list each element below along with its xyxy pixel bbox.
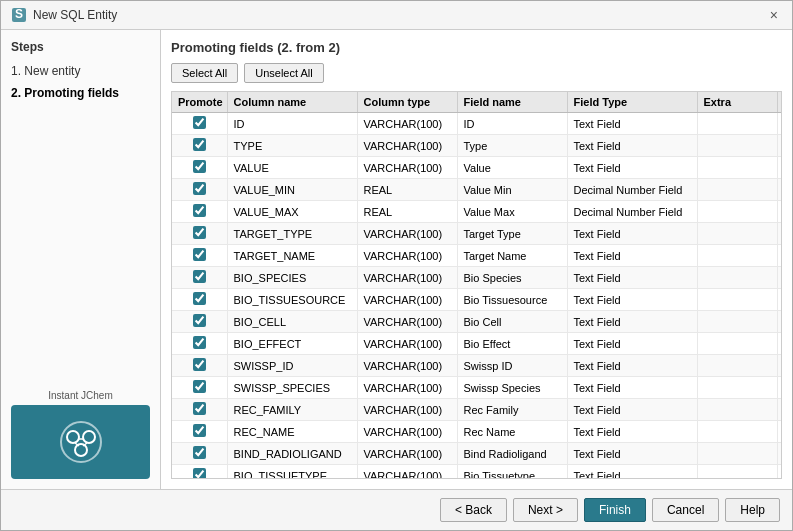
- column-type-cell: VARCHAR(100): [357, 135, 457, 157]
- promote-checkbox[interactable]: [193, 182, 206, 195]
- promote-checkbox[interactable]: [193, 424, 206, 437]
- field-type-cell: Text Field: [567, 311, 697, 333]
- promote-checkbox[interactable]: [193, 468, 206, 478]
- step-1: 1. New entity: [11, 62, 150, 80]
- sidebar: Steps 1. New entity 2. Promoting fields …: [1, 30, 161, 489]
- next-button[interactable]: Next >: [513, 498, 578, 522]
- extra-cell: [697, 267, 777, 289]
- field-type-cell: Text Field: [567, 465, 697, 479]
- table-row: TARGET_TYPEVARCHAR(100)Target TypeText F…: [172, 223, 781, 245]
- finish-button[interactable]: Finish: [584, 498, 646, 522]
- extra-cell: [697, 377, 777, 399]
- extra-cell: [697, 245, 777, 267]
- field-type-cell: Text Field: [567, 267, 697, 289]
- sidebar-logo-area: [11, 405, 150, 479]
- table-row: TARGET_NAMEVARCHAR(100)Target NameText F…: [172, 245, 781, 267]
- actions-cell: ...: [777, 179, 781, 201]
- field-name-cell: Rec Name: [457, 421, 567, 443]
- title-bar-left: S New SQL Entity: [11, 7, 117, 23]
- column-type-cell: VARCHAR(100): [357, 377, 457, 399]
- column-type-cell: VARCHAR(100): [357, 267, 457, 289]
- promote-cell: [172, 179, 227, 201]
- promote-cell: [172, 267, 227, 289]
- table-body: IDVARCHAR(100)IDText Field...TYPEVARCHAR…: [172, 113, 781, 479]
- field-type-cell: Text Field: [567, 157, 697, 179]
- promote-checkbox[interactable]: [193, 358, 206, 371]
- brand-logo-icon: [56, 417, 106, 467]
- column-type-cell: REAL: [357, 201, 457, 223]
- extra-cell: [697, 311, 777, 333]
- field-type-cell: Text Field: [567, 377, 697, 399]
- field-name-cell: Target Type: [457, 223, 567, 245]
- actions-cell: ...: [777, 157, 781, 179]
- actions-cell: ...: [777, 135, 781, 157]
- field-name-cell: ID: [457, 113, 567, 135]
- field-name-cell: Bio Cell: [457, 311, 567, 333]
- promote-checkbox[interactable]: [193, 270, 206, 283]
- field-type-cell: Decimal Number Field: [567, 179, 697, 201]
- column-type-cell: VARCHAR(100): [357, 421, 457, 443]
- promote-cell: [172, 157, 227, 179]
- table-row: BIND_RADIOLIGANDVARCHAR(100)Bind Radioli…: [172, 443, 781, 465]
- table-row: BIO_EFFECTVARCHAR(100)Bio EffectText Fie…: [172, 333, 781, 355]
- field-type-cell: Text Field: [567, 421, 697, 443]
- promote-checkbox[interactable]: [193, 380, 206, 393]
- app-icon: S: [11, 7, 27, 23]
- actions-cell: ...: [777, 443, 781, 465]
- promote-checkbox[interactable]: [193, 116, 206, 129]
- field-type-cell: Decimal Number Field: [567, 201, 697, 223]
- table-row: BIO_SPECIESVARCHAR(100)Bio SpeciesText F…: [172, 267, 781, 289]
- select-all-button[interactable]: Select All: [171, 63, 238, 83]
- column-name-cell: ID: [227, 113, 357, 135]
- actions-cell: ...: [777, 355, 781, 377]
- promote-checkbox[interactable]: [193, 248, 206, 261]
- actions-cell: ...: [777, 201, 781, 223]
- promote-checkbox[interactable]: [193, 314, 206, 327]
- table-row: BIO_CELLVARCHAR(100)Bio CellText Field..…: [172, 311, 781, 333]
- column-type-cell: VARCHAR(100): [357, 113, 457, 135]
- promote-checkbox[interactable]: [193, 446, 206, 459]
- promote-checkbox[interactable]: [193, 336, 206, 349]
- promote-cell: [172, 443, 227, 465]
- back-button[interactable]: < Back: [440, 498, 507, 522]
- column-name-cell: BIO_TISSUETYPE: [227, 465, 357, 479]
- actions-cell: ...: [777, 399, 781, 421]
- promote-checkbox[interactable]: [193, 160, 206, 173]
- close-button[interactable]: ×: [766, 8, 782, 22]
- column-name-cell: BIO_TISSUESOURCE: [227, 289, 357, 311]
- actions-cell: ...: [777, 113, 781, 135]
- promote-checkbox[interactable]: [193, 138, 206, 151]
- field-name-cell: Swissp Species: [457, 377, 567, 399]
- actions-cell: ...: [777, 311, 781, 333]
- promote-checkbox[interactable]: [193, 402, 206, 415]
- column-name-cell: VALUE_MAX: [227, 201, 357, 223]
- help-button[interactable]: Help: [725, 498, 780, 522]
- extra-cell: [697, 443, 777, 465]
- table-scroll[interactable]: Promote Column name Column type Field na…: [172, 92, 781, 478]
- header-actions: [777, 92, 781, 113]
- promote-checkbox[interactable]: [193, 204, 206, 217]
- promote-checkbox[interactable]: [193, 292, 206, 305]
- column-name-cell: BIO_SPECIES: [227, 267, 357, 289]
- actions-cell: ...: [777, 223, 781, 245]
- field-name-cell: Swissp ID: [457, 355, 567, 377]
- field-name-cell: Rec Family: [457, 399, 567, 421]
- cancel-button[interactable]: Cancel: [652, 498, 719, 522]
- promote-cell: [172, 201, 227, 223]
- unselect-all-button[interactable]: Unselect All: [244, 63, 323, 83]
- field-name-cell: Value Max: [457, 201, 567, 223]
- actions-cell: ...: [777, 289, 781, 311]
- actions-cell: ...: [777, 245, 781, 267]
- step-1-number: 1.: [11, 64, 21, 78]
- sidebar-brand: Instant JChem: [11, 390, 150, 479]
- actions-cell: ...: [777, 267, 781, 289]
- field-name-cell: Bio Tissuesource: [457, 289, 567, 311]
- column-name-cell: TYPE: [227, 135, 357, 157]
- column-type-cell: VARCHAR(100): [357, 443, 457, 465]
- promote-checkbox[interactable]: [193, 226, 206, 239]
- column-type-cell: VARCHAR(100): [357, 245, 457, 267]
- column-type-cell: VARCHAR(100): [357, 355, 457, 377]
- field-name-cell: Value: [457, 157, 567, 179]
- field-type-cell: Text Field: [567, 443, 697, 465]
- svg-point-5: [75, 444, 87, 456]
